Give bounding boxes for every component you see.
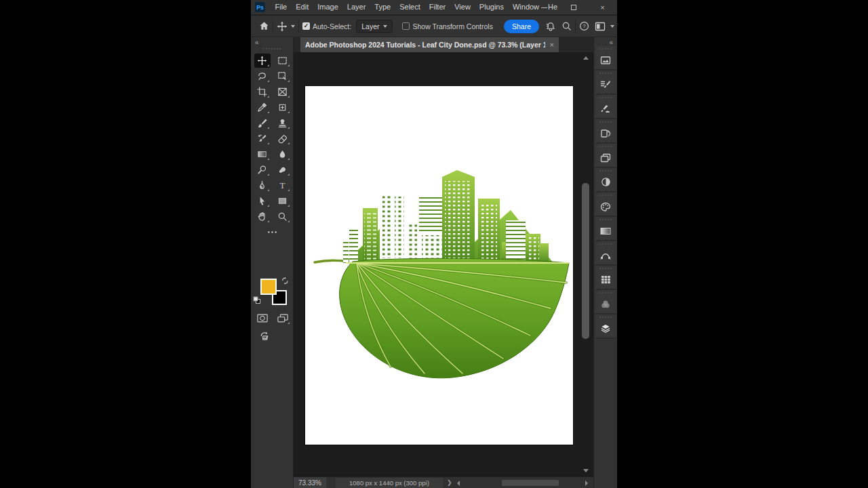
vertical-scrollbar[interactable] (581, 55, 591, 474)
magnifier-icon (277, 211, 288, 222)
pen-tool[interactable] (254, 178, 271, 192)
auto-select-target-dropdown[interactable]: Layer (356, 20, 393, 33)
quick-mask-button[interactable] (254, 311, 271, 325)
show-transform-checkbox[interactable] (402, 22, 410, 30)
smudge-tool[interactable] (275, 163, 291, 177)
auto-select-label: Auto-Select: (313, 22, 351, 30)
crop-tool[interactable] (254, 85, 271, 99)
menu-select[interactable]: Select (395, 0, 425, 14)
lasso-tool[interactable] (254, 69, 271, 83)
maximize-icon (571, 5, 576, 10)
home-button[interactable] (259, 21, 269, 31)
color-palette-icon (600, 202, 611, 211)
menu-plugins[interactable]: Plugins (475, 0, 508, 14)
shape-tool[interactable] (275, 194, 291, 208)
notifications-button[interactable] (545, 21, 556, 31)
scroll-up-icon[interactable] (583, 56, 589, 60)
document-canvas[interactable] (305, 86, 573, 445)
horizontal-scroll-thumb[interactable] (502, 480, 559, 486)
hand-tool[interactable] (254, 209, 271, 224)
pasteboard[interactable] (294, 52, 593, 476)
type-tool[interactable]: T (275, 178, 291, 192)
swap-colors-icon (281, 277, 290, 285)
brush-tool[interactable] (254, 116, 271, 130)
panel-patterns[interactable] (595, 266, 616, 290)
screen-mode-button[interactable] (275, 311, 291, 325)
default-colors-button[interactable] (253, 295, 261, 307)
horizontal-scrollbar[interactable] (456, 478, 589, 488)
close-button[interactable]: × (588, 0, 617, 15)
zoom-tool[interactable] (275, 209, 291, 224)
swap-colors-button[interactable] (281, 276, 290, 288)
color-swatches (251, 276, 294, 310)
menubar: File Edit Image Layer Type Select Filter… (271, 0, 562, 14)
menu-edit[interactable]: Edit (292, 0, 313, 14)
clone-stamp-tool[interactable] (275, 116, 291, 130)
scroll-right-icon[interactable] (585, 481, 588, 486)
workspace-switcher[interactable] (595, 22, 606, 31)
scroll-down-icon[interactable] (583, 469, 589, 472)
eyedropper-tool[interactable] (254, 100, 271, 115)
water-drop-icon (277, 149, 288, 159)
menu-layer[interactable]: Layer (342, 0, 370, 14)
eraser-tool[interactable] (275, 131, 291, 146)
lasso-icon (257, 71, 267, 81)
panel-layers[interactable] (595, 314, 616, 339)
capture-import-button[interactable] (256, 329, 273, 343)
marquee-tool[interactable] (275, 54, 291, 68)
object-selection-tool[interactable] (275, 69, 291, 83)
move-tool[interactable] (254, 54, 271, 68)
blur-tool[interactable] (275, 147, 291, 161)
auto-select-checkbox[interactable]: ✓ (302, 22, 310, 30)
svg-text:T: T (279, 180, 285, 190)
collapse-tools-button[interactable]: « (251, 37, 293, 46)
menu-image[interactable]: Image (313, 0, 343, 14)
tab-close-icon[interactable]: × (550, 41, 554, 49)
panel-grip[interactable] (263, 48, 281, 49)
menu-view[interactable]: View (450, 0, 475, 14)
document-tab[interactable]: Adobe Photoshop 2024 Tutorials - Leaf Ci… (300, 37, 559, 52)
libraries-icon (600, 56, 611, 65)
vertical-scroll-thumb[interactable] (582, 183, 589, 339)
path-selection-tool[interactable] (254, 194, 271, 208)
edit-toolbar-button[interactable] (264, 225, 281, 239)
maximize-button[interactable] (559, 0, 588, 15)
scroll-left-icon[interactable] (457, 481, 460, 486)
panel-history[interactable] (595, 119, 616, 144)
layers-icon (600, 323, 611, 333)
zoom-level-field[interactable]: 73.33% (294, 477, 326, 488)
tool-preset-move[interactable] (277, 21, 295, 32)
stamp-icon (277, 118, 288, 128)
panel-layer-comps[interactable] (595, 144, 616, 168)
history-brush-tool[interactable] (254, 131, 271, 146)
panel-color[interactable] (595, 192, 616, 217)
foreground-color-swatch[interactable] (260, 279, 277, 295)
panel-paths[interactable] (595, 241, 616, 266)
document-info[interactable]: 1080 px x 1440 px (300 ppi) (336, 478, 443, 488)
panel-gradients[interactable] (595, 217, 616, 241)
panel-adjustments[interactable] (595, 168, 616, 192)
object-selection-icon (277, 71, 288, 81)
menu-type[interactable]: Type (370, 0, 395, 14)
help-button[interactable]: ? (579, 21, 589, 31)
window-controls: × (530, 0, 617, 15)
crop-icon (257, 87, 267, 97)
spot-healing-tool[interactable] (275, 100, 291, 115)
panel-channels[interactable] (595, 290, 616, 314)
history-icon (600, 129, 611, 138)
gradient-tool[interactable] (254, 147, 271, 161)
frame-tool[interactable] (275, 85, 291, 99)
collapse-panels-button[interactable]: « (594, 37, 617, 46)
dodge-tool[interactable] (254, 163, 271, 177)
panel-brushes[interactable] (595, 95, 616, 119)
workspace: « (251, 37, 617, 488)
status-chevron-icon[interactable]: ❯ (447, 479, 452, 486)
menu-filter[interactable]: Filter (425, 0, 450, 14)
menu-file[interactable]: File (271, 0, 292, 14)
minimize-button[interactable] (530, 0, 559, 15)
share-button[interactable]: Share (504, 20, 539, 33)
panel-brush-settings[interactable] (595, 70, 616, 95)
divider (575, 20, 576, 33)
search-button[interactable] (561, 21, 572, 31)
panel-libraries[interactable] (595, 46, 616, 70)
